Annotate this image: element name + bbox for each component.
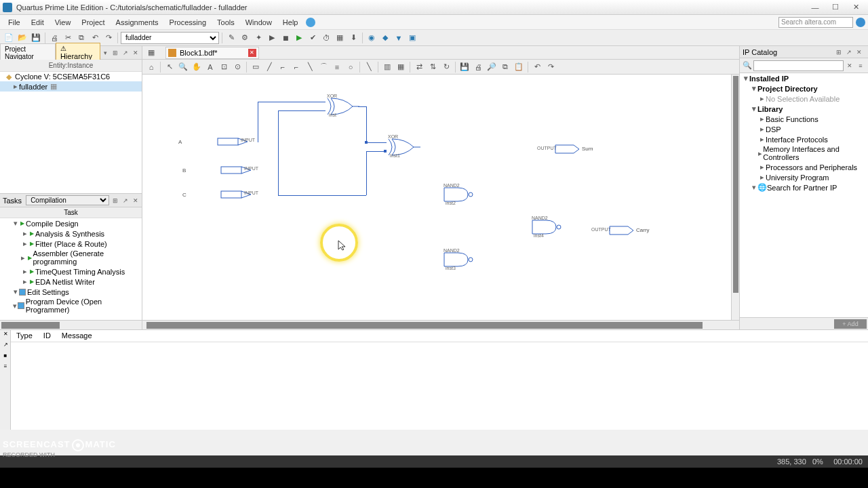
ip-tree-item[interactable]: ▸No Selection Available: [740, 94, 868, 104]
task-row[interactable]: ▸▶Fitter (Place & Route): [0, 239, 142, 249]
blue1-icon[interactable]: ◉: [366, 32, 378, 44]
file-tab[interactable]: Block1.bdf* ✕: [165, 47, 259, 59]
output-carry-pin[interactable]: [609, 226, 636, 235]
hand-icon[interactable]: ✋: [191, 61, 203, 73]
blue4-icon[interactable]: ▣: [406, 32, 418, 44]
tasks-opt1-icon[interactable]: ⊞: [111, 196, 120, 205]
ip-tree-item[interactable]: ▾Project Directory: [740, 83, 868, 94]
diag-icon[interactable]: ╲: [304, 61, 316, 73]
flip-v-icon[interactable]: ⇅: [427, 61, 439, 73]
cut-icon[interactable]: ✂: [62, 32, 74, 44]
play-icon[interactable]: ▶: [293, 32, 305, 44]
task-row[interactable]: ▸▶Assembler (Generate programming: [0, 249, 142, 266]
tasks-close-icon[interactable]: ✕: [131, 196, 140, 205]
ip-tree-item[interactable]: ▾🌐Search for Partner IP: [740, 182, 868, 192]
menu-view[interactable]: View: [50, 17, 77, 28]
task-row[interactable]: ▸▶TimeQuest Timing Analysis: [0, 266, 142, 277]
rotate-icon[interactable]: ↻: [440, 61, 452, 73]
programmer-icon[interactable]: ⬇: [347, 32, 359, 44]
chip-icon[interactable]: ▦: [334, 32, 346, 44]
menu-processing[interactable]: Processing: [164, 17, 212, 28]
copy2-icon[interactable]: ⧉: [499, 61, 511, 73]
rubber-icon[interactable]: ▦: [395, 61, 407, 73]
line3-icon[interactable]: ⌐: [290, 61, 302, 73]
menu-assignments[interactable]: Assignments: [111, 17, 164, 28]
compile-icon[interactable]: ▶: [266, 32, 278, 44]
conduit-icon[interactable]: ╲: [363, 61, 375, 73]
open-icon[interactable]: 📂: [16, 32, 28, 44]
entity-node[interactable]: ▸ fulladder ▦: [0, 81, 142, 92]
panel-opt3-icon[interactable]: ↗: [121, 48, 130, 58]
menu-file[interactable]: File: [3, 17, 26, 28]
ip-search-input[interactable]: [753, 60, 844, 71]
arc-icon[interactable]: ⌒: [317, 61, 330, 73]
rect-icon[interactable]: ▭: [250, 61, 262, 73]
symbol-icon[interactable]: ⊡: [218, 61, 230, 73]
find-icon[interactable]: 🔎: [486, 61, 498, 73]
text-icon[interactable]: A: [204, 61, 216, 73]
menu-project[interactable]: Project: [76, 17, 110, 28]
msg-tab-filter-icon[interactable]: ≡: [1, 363, 10, 373]
stop-icon[interactable]: ⏹: [279, 32, 292, 44]
task-row[interactable]: ▾Edit Settings: [0, 287, 142, 297]
menu-help[interactable]: Help: [277, 17, 304, 28]
msg-tab-close-icon[interactable]: ✕: [1, 331, 10, 340]
entity-dropdown[interactable]: fulladder: [121, 32, 219, 44]
print-icon[interactable]: 🖨: [48, 32, 60, 44]
save2-icon[interactable]: 💾: [458, 61, 471, 73]
ip-tree-item[interactable]: ▸University Program: [740, 172, 868, 182]
wand-icon[interactable]: ✎: [225, 32, 237, 44]
file-tab-close-icon[interactable]: ✕: [248, 49, 256, 57]
output-sum-pin[interactable]: [555, 144, 582, 154]
menu-edit[interactable]: Edit: [26, 17, 50, 28]
minimize-button[interactable]: —: [806, 1, 825, 14]
panel-close-icon[interactable]: ✕: [131, 48, 140, 58]
device-node[interactable]: ◆ Cyclone V: 5CSEMA5F31C6: [0, 72, 142, 81]
panel-opt2-icon[interactable]: ⊞: [111, 48, 120, 58]
save-icon[interactable]: 💾: [30, 32, 42, 44]
close-button[interactable]: ✕: [846, 1, 865, 14]
schematic-canvas[interactable]: A INPUT B INPUT C INPUT XOR inst XOR ins…: [142, 75, 739, 320]
ip-tree-item[interactable]: ▸Memory Interfaces and Controllers: [740, 144, 868, 162]
line1-icon[interactable]: ╱: [263, 61, 275, 73]
expand-icon[interactable]: ▸: [12, 82, 19, 91]
ip-close-icon[interactable]: ✕: [854, 47, 864, 57]
home-icon[interactable]: ⌂: [145, 61, 157, 73]
new-file-icon[interactable]: 📄: [3, 32, 15, 44]
canvas-vscroll[interactable]: [731, 75, 739, 320]
redo-icon[interactable]: ↷: [102, 32, 115, 44]
ip-tree-item[interactable]: ▸DSP: [740, 124, 868, 134]
ip-tree-item[interactable]: ▸Basic Functions: [740, 114, 868, 124]
undo-icon[interactable]: ↶: [89, 32, 101, 44]
menu-tools[interactable]: Tools: [212, 17, 240, 28]
ip-tree-item[interactable]: ▾Installed IP: [740, 73, 868, 83]
ip-opt2-icon[interactable]: ↗: [844, 47, 854, 57]
blue3-icon[interactable]: ▼: [393, 32, 405, 44]
zoom-icon[interactable]: 🔍: [177, 61, 189, 73]
blue2-icon[interactable]: ◆: [379, 32, 391, 44]
paste-icon[interactable]: 📋: [513, 61, 525, 73]
maximize-button[interactable]: ☐: [826, 1, 845, 14]
task-row[interactable]: ▸▶Analysis & Synthesis: [0, 228, 142, 239]
left-hscroll[interactable]: [0, 320, 142, 329]
msg-tab-expand-icon[interactable]: ↗: [1, 342, 10, 351]
ip-clear-icon[interactable]: ✕: [845, 61, 854, 70]
globe-icon[interactable]: [856, 18, 865, 27]
menu-window[interactable]: Window: [240, 17, 277, 28]
undo2-icon[interactable]: ↶: [531, 61, 543, 73]
redo2-icon[interactable]: ↷: [545, 61, 557, 73]
search-input[interactable]: [778, 17, 853, 28]
bus-icon[interactable]: ≡: [331, 61, 343, 73]
ip-add-button[interactable]: + Add: [834, 319, 867, 329]
ip-opt1-icon[interactable]: ⊞: [834, 47, 844, 57]
copy-icon[interactable]: ⧉: [75, 32, 87, 44]
tasks-opt2-icon[interactable]: ↗: [121, 196, 130, 205]
panel-opt1-icon[interactable]: ▾: [100, 48, 110, 58]
ip-tree-item[interactable]: ▸Interface Protocols: [740, 134, 868, 144]
file-tab-new-icon[interactable]: ▦: [145, 47, 157, 59]
ip-tree-item[interactable]: ▸Processors and Peripherals: [740, 162, 868, 172]
settings-icon[interactable]: ⚙: [239, 32, 251, 44]
oval-icon[interactable]: ○: [344, 61, 357, 73]
print2-icon[interactable]: 🖨: [472, 61, 484, 73]
nav-icon[interactable]: ✦: [252, 32, 264, 44]
